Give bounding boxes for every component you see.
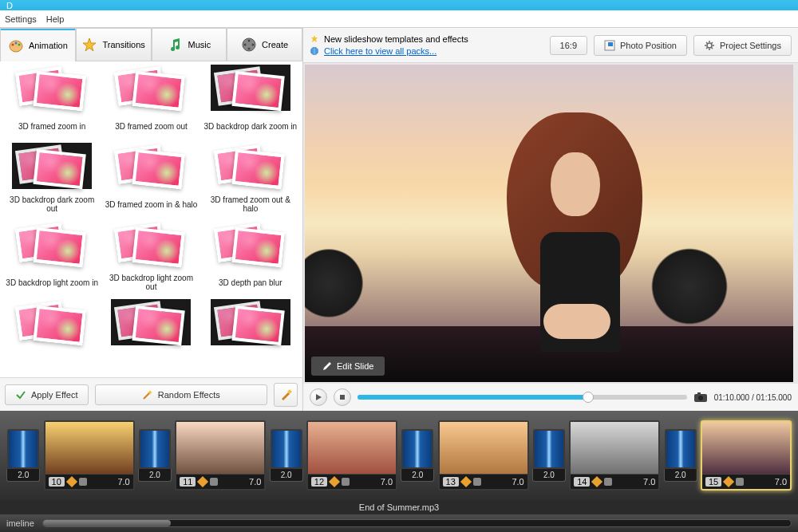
tab-create-label: Create: [262, 40, 288, 49]
star-icon: [310, 34, 319, 44]
slide-thumb: [571, 422, 658, 475]
title-text: D: [6, 1, 13, 10]
effect-thumbnail: [111, 65, 191, 111]
timecode: 01:10.000 / 01:15.000: [714, 393, 792, 402]
svg-marker-12: [311, 35, 318, 42]
effect-thumbnail: [111, 143, 191, 189]
aspect-ratio-label: 16:9: [560, 41, 577, 50]
palette-icon: [8, 37, 24, 53]
effect-label: 3D framed zoom out: [115, 114, 188, 138]
photo-position-label: Photo Position: [620, 41, 677, 50]
preview-toolbar: New slideshow templates and effects Clic…: [303, 28, 798, 63]
preview-area[interactable]: Edit Slide: [305, 65, 793, 382]
camera-icon[interactable]: [693, 392, 708, 403]
timeline-scrollbar[interactable]: [42, 519, 792, 527]
layer-icon: [210, 478, 218, 486]
svg-marker-4: [83, 38, 96, 51]
menu-bar: Settings Help: [0, 10, 798, 28]
effect-thumbnail: [12, 65, 92, 111]
effect-label: 3D framed zoom in & halo: [105, 192, 198, 216]
tab-create[interactable]: Create: [227, 28, 302, 61]
effect-item[interactable]: 3D depth pan blur: [203, 221, 298, 296]
slide-duration: 7.0: [643, 477, 655, 487]
tab-animation-label: Animation: [29, 41, 68, 50]
effect-thumbnail: [111, 299, 191, 345]
effect-item[interactable]: [104, 299, 198, 374]
timeline-label: imeline: [6, 518, 34, 528]
slider-thumb[interactable]: [583, 392, 594, 403]
effect-item[interactable]: 3D backdrop light zoom in: [5, 221, 99, 296]
transition-block[interactable]: 2.0: [401, 429, 435, 482]
layer-icon: [604, 478, 612, 486]
effect-label: 3D depth pan blur: [219, 270, 282, 294]
effect-item[interactable]: 3D framed zoom out & halo: [203, 143, 298, 218]
transition-duration: 2.0: [6, 469, 40, 482]
transition-thumb: [139, 429, 171, 469]
tab-animation[interactable]: Animation: [0, 28, 76, 61]
svg-point-1: [11, 43, 14, 45]
brush-button[interactable]: [274, 383, 298, 407]
slide-number: 15: [705, 477, 721, 487]
slide-block[interactable]: 127.0: [306, 420, 397, 491]
slide-number: 13: [443, 477, 459, 487]
slide-block[interactable]: 157.0: [701, 420, 792, 491]
slide-duration: 7.0: [117, 477, 129, 487]
promo-link[interactable]: Click here to view all packs...: [324, 46, 437, 56]
transition-block[interactable]: 2.0: [138, 429, 172, 482]
effect-item[interactable]: [5, 299, 99, 374]
transition-block[interactable]: 2.0: [6, 429, 41, 482]
effect-item[interactable]: 3D framed zoom out: [104, 65, 198, 140]
effect-item[interactable]: 3D backdrop light zoom out: [104, 221, 198, 296]
audio-track-row[interactable]: End of Summer.mp3: [0, 500, 798, 514]
effect-thumbnail: [12, 143, 92, 189]
effect-grid[interactable]: 3D framed zoom in3D framed zoom out3D ba…: [0, 61, 302, 377]
slide-block[interactable]: 117.0: [175, 420, 266, 491]
effect-item[interactable]: 3D framed zoom in: [5, 65, 99, 140]
effect-item[interactable]: [203, 299, 298, 374]
play-button[interactable]: [310, 388, 327, 406]
menu-help[interactable]: Help: [46, 14, 65, 24]
svg-point-28: [698, 396, 703, 400]
effect-item[interactable]: 3D backdrop dark zoom in: [203, 65, 298, 140]
transition-block[interactable]: 2.0: [269, 429, 303, 482]
svg-line-24: [706, 47, 708, 49]
slide-number: 14: [574, 477, 590, 487]
project-settings-button[interactable]: Project Settings: [693, 35, 792, 56]
reel-icon: [241, 37, 257, 53]
slide-block[interactable]: 107.0: [44, 420, 135, 491]
photo-position-button[interactable]: Photo Position: [594, 35, 687, 56]
effect-thumbnail: [111, 221, 191, 267]
aspect-ratio-button[interactable]: 16:9: [550, 36, 587, 55]
scrollbar-thumb[interactable]: [43, 520, 171, 526]
slide-meta: 147.0: [571, 475, 658, 489]
transition-thumb: [7, 429, 39, 469]
transition-duration: 2.0: [401, 469, 434, 482]
transition-block[interactable]: 2.0: [663, 429, 697, 482]
effect-item[interactable]: 3D backdrop dark zoom out: [5, 143, 99, 218]
transition-block[interactable]: 2.0: [532, 429, 567, 482]
tab-music-label: Music: [188, 40, 211, 49]
random-effects-button[interactable]: Random Effects: [95, 384, 268, 405]
wand-icon: [142, 389, 153, 400]
layer-icon: [473, 478, 481, 486]
tab-music[interactable]: Music: [152, 28, 227, 61]
slide-duration: 7.0: [775, 477, 787, 487]
tab-transitions-label: Transitions: [102, 40, 144, 49]
menu-settings[interactable]: Settings: [5, 14, 37, 24]
tab-transitions[interactable]: Transitions: [76, 28, 152, 61]
promo-block: New slideshow templates and effects Clic…: [310, 34, 543, 56]
playback-slider[interactable]: [358, 395, 687, 400]
edit-slide-button[interactable]: Edit Slide: [311, 357, 385, 376]
transition-thumb: [401, 429, 433, 469]
timeline[interactable]: 2.0107.02.0117.02.0127.02.0137.02.0147.0…: [0, 411, 798, 500]
slide-block[interactable]: 147.0: [569, 420, 660, 491]
slide-duration: 7.0: [381, 477, 393, 487]
stop-button[interactable]: [334, 388, 351, 406]
check-icon: [15, 389, 26, 400]
apply-effect-button[interactable]: Apply Effect: [5, 384, 89, 405]
svg-line-23: [711, 42, 713, 44]
slide-block[interactable]: 137.0: [438, 420, 529, 491]
slide-duration: 7.0: [512, 477, 523, 487]
effect-item[interactable]: 3D framed zoom in & halo: [104, 143, 198, 218]
transition-duration: 2.0: [138, 469, 172, 482]
